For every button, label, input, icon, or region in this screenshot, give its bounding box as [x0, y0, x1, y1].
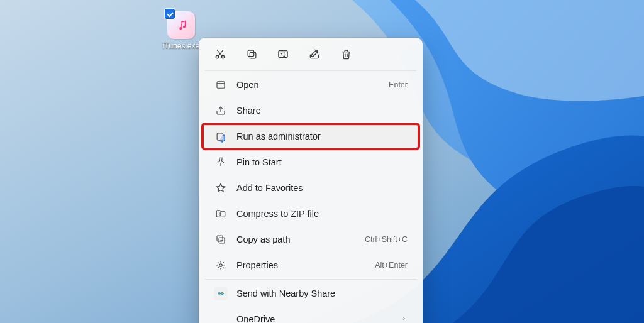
menu-item-shortcut: Ctrl+Shift+C [365, 235, 408, 244]
share-arrow-icon [214, 104, 228, 118]
open-icon [214, 78, 228, 92]
shield-admin-icon [214, 129, 228, 143]
menu-item-nearby-share[interactable]: Send with Nearby Share [203, 281, 419, 306]
itunes-app-icon [167, 11, 195, 39]
menu-item-shortcut: Enter [389, 80, 408, 89]
menu-item-copy-as-path[interactable]: Copy as path Ctrl+Shift+C [203, 227, 419, 252]
divider [205, 70, 416, 71]
rename-icon[interactable] [275, 47, 291, 62]
menu-item-label: Open [236, 80, 384, 90]
pin-icon [214, 155, 228, 169]
menu-item-label: Properties [236, 260, 370, 270]
svg-point-10 [219, 264, 223, 267]
menu-item-label: Compress to ZIP file [236, 209, 408, 219]
svg-rect-6 [217, 82, 225, 89]
zip-folder-icon [214, 207, 228, 221]
copy-path-icon [214, 233, 228, 246]
menu-item-open[interactable]: Open Enter [203, 72, 419, 97]
menu-item-shortcut: Alt+Enter [375, 261, 408, 270]
desktop-file-icon[interactable]: iTunes.exe [158, 11, 204, 50]
menu-item-add-to-favorites[interactable]: Add to Favorites [203, 175, 419, 200]
context-menu-action-row [199, 38, 423, 69]
menu-item-compress-zip[interactable]: Compress to ZIP file [203, 201, 419, 226]
chevron-right-icon [400, 314, 408, 323]
properties-icon [214, 258, 228, 272]
context-menu: Open Enter Share Run as administrator Pi… [199, 38, 423, 323]
copy-icon[interactable] [244, 47, 259, 62]
menu-item-onedrive[interactable]: OneDrive [203, 307, 419, 323]
blank-icon [214, 312, 228, 323]
cut-icon[interactable] [213, 47, 228, 62]
menu-item-label: Add to Favorites [236, 183, 408, 193]
music-note-icon [167, 11, 195, 39]
menu-item-share[interactable]: Share [203, 98, 419, 123]
delete-icon[interactable] [338, 47, 353, 62]
svg-rect-5 [279, 51, 287, 58]
star-icon [214, 181, 228, 195]
share-icon[interactable] [307, 47, 322, 62]
divider [205, 279, 416, 280]
menu-item-label: Send with Nearby Share [236, 288, 408, 298]
menu-item-label: Share [236, 106, 408, 116]
menu-item-pin-to-start[interactable]: Pin to Start [203, 150, 419, 175]
nearby-share-icon [214, 287, 228, 300]
svg-rect-3 [250, 52, 256, 58]
menu-item-label: Pin to Start [236, 157, 408, 167]
menu-item-label: Run as administrator [236, 131, 408, 141]
menu-item-properties[interactable]: Properties Alt+Enter [203, 253, 419, 278]
svg-rect-4 [248, 50, 254, 57]
desktop-icon-label: iTunes.exe [158, 41, 204, 50]
menu-item-run-as-administrator[interactable]: Run as administrator [203, 124, 419, 149]
menu-item-label: OneDrive [236, 314, 395, 323]
menu-item-label: Copy as path [236, 234, 360, 244]
